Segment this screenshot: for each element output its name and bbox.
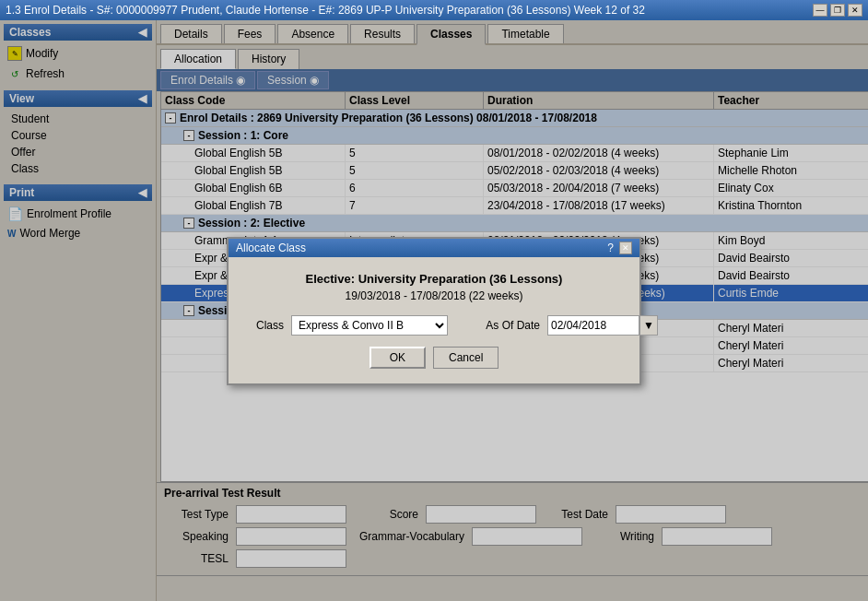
modal-buttons: OK Cancel xyxy=(243,347,625,369)
restore-button[interactable]: ❐ xyxy=(830,4,845,17)
modal-overlay: Allocate Class ? ✕ Elective: University … xyxy=(0,20,868,601)
allocate-class-modal: Allocate Class ? ✕ Elective: University … xyxy=(227,237,641,385)
modal-class-label: Class xyxy=(210,319,284,332)
title-bar: 1.3 Enrol Details - S#: 0000009977 Prude… xyxy=(0,0,868,20)
modal-as-of-date-label: As Of Date xyxy=(466,319,540,332)
modal-title: Allocate Class xyxy=(236,242,306,254)
modal-info-title: Elective: University Preparation (36 Les… xyxy=(243,272,625,286)
modal-info-date: 19/03/2018 - 17/08/2018 (22 weeks) xyxy=(243,289,625,302)
close-window-button[interactable]: ✕ xyxy=(848,4,862,17)
modal-cancel-button[interactable]: Cancel xyxy=(433,347,499,369)
minimize-button[interactable]: — xyxy=(813,4,827,17)
modal-help-btn[interactable]: ? xyxy=(607,242,614,254)
modal-close-button[interactable]: ✕ xyxy=(619,242,632,254)
modal-ok-button[interactable]: OK xyxy=(369,347,426,369)
dropdown-icon: ▼ xyxy=(643,319,654,332)
window-controls: — ❐ ✕ xyxy=(813,4,862,17)
modal-date-input[interactable] xyxy=(547,315,639,336)
modal-date-picker-button[interactable]: ▼ xyxy=(639,315,658,336)
modal-class-row: Class Express & Convo II B As Of Date ▼ xyxy=(243,315,625,336)
modal-title-bar: Allocate Class ? ✕ xyxy=(229,239,639,257)
modal-class-select[interactable]: Express & Convo II B xyxy=(291,315,448,336)
modal-info: Elective: University Preparation (36 Les… xyxy=(243,272,625,302)
window-title: 1.3 Enrol Details - S#: 0000009977 Prude… xyxy=(6,4,645,17)
modal-body: Elective: University Preparation (36 Les… xyxy=(229,257,639,383)
